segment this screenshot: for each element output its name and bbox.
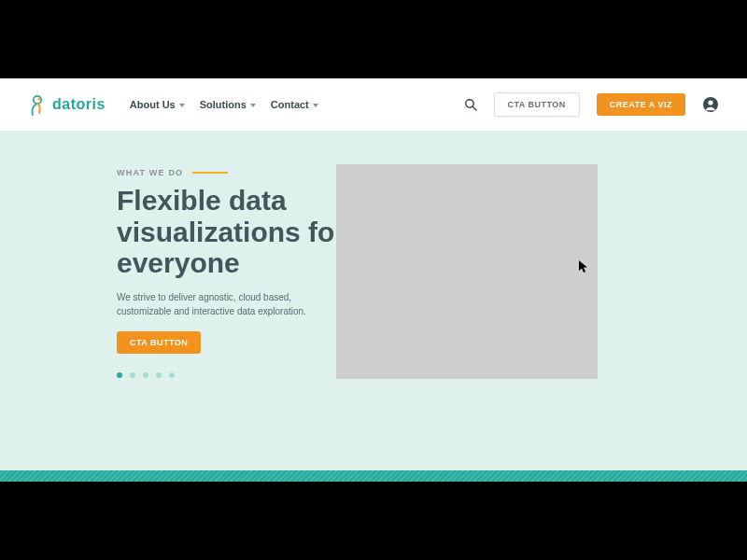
chevron-down-icon (313, 104, 318, 107)
chevron-down-icon (250, 104, 256, 107)
carousel-dot[interactable] (117, 372, 122, 378)
landing-page: datoris About Us Solutions Contact CT (0, 78, 747, 482)
hero-image-placeholder (336, 164, 598, 379)
carousel-dot[interactable] (143, 372, 148, 378)
create-viz-button[interactable]: CREATE A VIZ (597, 93, 685, 116)
site-header: datoris About Us Solutions Contact CT (0, 78, 747, 131)
hero-section: WHAT WE DO Flexible data visualizations … (0, 131, 747, 470)
brand-logo[interactable]: datoris (28, 93, 106, 116)
carousel-dot[interactable] (169, 372, 175, 378)
carousel-dot[interactable] (130, 372, 135, 378)
nav-item-solutions[interactable]: Solutions (200, 99, 256, 110)
eyebrow-divider (192, 172, 228, 174)
nav-item-about[interactable]: About Us (130, 99, 185, 110)
svg-point-5 (708, 100, 712, 105)
primary-nav: About Us Solutions Contact (130, 99, 318, 110)
hero-cta-button[interactable]: CTA BUTTON (117, 331, 201, 354)
eyebrow-label: WHAT WE DO (117, 168, 183, 177)
cta-secondary-button[interactable]: CTA BUTTON (494, 92, 580, 117)
chevron-down-icon (179, 104, 185, 107)
nav-label: Solutions (200, 99, 247, 110)
svg-point-1 (38, 98, 41, 101)
hero-subcopy: We strive to deliver agnostic, cloud bas… (117, 290, 331, 318)
account-icon[interactable] (702, 96, 719, 113)
carousel-dot[interactable] (156, 372, 162, 378)
footer-stripe (0, 470, 747, 482)
nav-item-contact[interactable]: Contact (271, 99, 318, 110)
nav-label: About Us (130, 99, 176, 110)
svg-line-3 (472, 106, 476, 110)
nav-label: Contact (271, 99, 309, 110)
brand-name: datoris (52, 96, 106, 113)
search-icon[interactable] (464, 98, 477, 111)
logo-icon (28, 93, 47, 116)
